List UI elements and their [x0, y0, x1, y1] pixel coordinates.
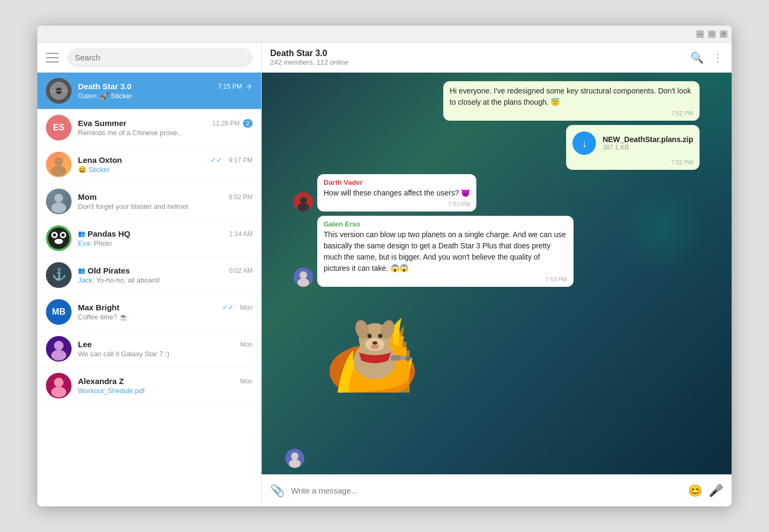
- chat-header-actions: 🔍 ⋮: [690, 51, 723, 64]
- message-group-2: ↓ NEW_DeathStar.plans.zip 387.1 KB 7:52 …: [294, 125, 700, 170]
- chat-name-pandas-hq: Pandas HQ: [88, 229, 130, 238]
- avatar-eva-summer: ES: [46, 115, 72, 140]
- group-icon-pandas: 👥: [78, 230, 85, 237]
- chat-time-death-star: 7:15 PM: [218, 83, 242, 90]
- chat-preview-lee: We can call it Galaxy Star 7 ;): [78, 350, 253, 358]
- attach-icon[interactable]: 📎: [270, 484, 285, 498]
- chat-info-lena-oxton: Lena Oxton ✓✓ 9:17 PM 😀 Sticker: [78, 155, 253, 174]
- message-group-1: Hi everyone. I've redesigned some key st…: [294, 81, 700, 121]
- chat-preview-pandas-hq: Eva: Photo: [78, 239, 253, 247]
- msg-text-1: Hi everyone. I've redesigned some key st…: [450, 85, 693, 108]
- message-bubble-2: ↓ NEW_DeathStar.plans.zip 387.1 KB 7:52 …: [566, 125, 700, 170]
- chat-header-subtitle: 242 members, 112 online: [270, 58, 690, 66]
- avatar-death-star: [46, 78, 72, 104]
- chat-item-eva-summer[interactable]: ES Eva Summer 11:28 PM 2 Reminds me of a…: [37, 109, 261, 146]
- svg-point-26: [297, 278, 309, 287]
- chat-input-area: 📎 😊 🎤: [262, 474, 732, 506]
- avatar-lena-oxton: [46, 152, 72, 177]
- chat-name-lee: Lee: [78, 340, 92, 349]
- message-bubble-3: Darth Vader How will these changes affec…: [317, 174, 476, 212]
- chat-item-old-pirates[interactable]: ⚓ 👥 Old Pirates 0:02 AM Jack: Yo-ho-ho, …: [37, 257, 261, 294]
- chat-time-pandas-hq: 1:14 AM: [229, 230, 253, 238]
- pin-icon: ✈: [246, 82, 253, 91]
- chat-header-title: Death Star 3.0: [270, 49, 690, 58]
- chat-item-lena-oxton[interactable]: Lena Oxton ✓✓ 9:17 PM 😀 Sticker: [37, 146, 261, 183]
- search-box[interactable]: [67, 48, 253, 67]
- chat-preview-death-star: Galen: 🚀 Sticker: [78, 92, 253, 100]
- chat-name-max-bright: Max Bright: [78, 303, 120, 312]
- file-download-icon[interactable]: ↓: [572, 131, 596, 155]
- chat-item-max-bright[interactable]: MB Max Bright ✓✓ Mon Coffee time? ☕: [37, 294, 261, 331]
- chat-info-death-star: Death Star 3.0 7:15 PM ✈ Galen: 🚀 Sticke…: [78, 82, 253, 100]
- chat-name-lena-oxton: Lena Oxton: [78, 155, 122, 165]
- main-content: Death Star 3.0 7:15 PM ✈ Galen: 🚀 Sticke…: [37, 43, 732, 506]
- message-input[interactable]: [291, 486, 688, 495]
- sidebar-header: [37, 43, 261, 73]
- avatar-lee: [46, 336, 72, 362]
- svg-point-33: [367, 334, 372, 338]
- chat-item-death-star[interactable]: Death Star 3.0 7:15 PM ✈ Galen: 🚀 Sticke…: [37, 73, 261, 109]
- chat-time-eva-summer: 11:28 PM: [213, 120, 240, 127]
- chat-time-alexandra-z: Mon: [240, 378, 253, 385]
- msg-sender-galen-erso: Galen Erso: [324, 220, 567, 228]
- file-message: ↓ NEW_DeathStar.plans.zip 387.1 KB: [572, 129, 693, 157]
- avatar-pandas-hq: [46, 225, 72, 251]
- chat-item-pandas-hq[interactable]: 👥 Pandas HQ 1:14 AM Eva: Photo: [37, 220, 261, 257]
- message-bubble-4: Galen Erso This version can blow up two …: [317, 216, 574, 287]
- file-link: Workout_Shedule.pdf: [78, 387, 145, 395]
- message-group-sticker: [294, 291, 700, 395]
- chat-name-death-star: Death Star 3.0: [78, 82, 131, 91]
- svg-point-8: [51, 202, 66, 213]
- svg-point-18: [51, 350, 66, 361]
- maximize-btn[interactable]: □: [708, 30, 716, 38]
- sidebar: Death Star 3.0 7:15 PM ✈ Galen: 🚀 Sticke…: [37, 43, 262, 506]
- chat-info-pandas-hq: 👥 Pandas HQ 1:14 AM Eva: Photo: [78, 229, 253, 247]
- svg-point-9: [48, 228, 69, 249]
- chat-info-eva-summer: Eva Summer 11:28 PM 2 Reminds me of a Ch…: [78, 119, 253, 137]
- avatar-old-pirates: ⚓: [46, 262, 72, 288]
- chat-preview-old-pirates: Jack: Yo-ho-ho, all aboard!: [78, 276, 253, 284]
- app-window: — □ ✕: [37, 26, 732, 506]
- chat-info-max-bright: Max Bright ✓✓ Mon Coffee time? ☕: [78, 303, 253, 321]
- chat-preview-alexandra-z: Workout_Shedule.pdf: [78, 387, 253, 395]
- group-icon-pirates: 👥: [78, 267, 85, 274]
- svg-point-36: [372, 341, 378, 345]
- msg-time-4: 7:53 PM: [324, 276, 567, 283]
- chat-time-lee: Mon: [240, 341, 253, 348]
- svg-point-7: [54, 194, 63, 202]
- msg-time-2: 7:52 PM: [572, 159, 693, 166]
- search-input[interactable]: [75, 53, 245, 62]
- avatar-max-bright: MB: [46, 299, 72, 325]
- message-group-3: Darth Vader How will these changes affec…: [294, 174, 700, 212]
- more-options-icon[interactable]: ⋮: [712, 51, 723, 64]
- chat-list: Death Star 3.0 7:15 PM ✈ Galen: 🚀 Sticke…: [37, 73, 261, 506]
- double-check-max: ✓✓: [222, 303, 234, 311]
- chat-header: Death Star 3.0 242 members, 112 online 🔍…: [262, 43, 732, 73]
- chat-name-alexandra-z: Alexandra Z: [78, 377, 124, 386]
- emoji-icon[interactable]: 😊: [688, 484, 702, 498]
- sticker-message: [321, 291, 423, 395]
- msg-sender-darth-vader: Darth Vader: [324, 178, 470, 186]
- close-btn[interactable]: ✕: [720, 30, 727, 38]
- microphone-icon[interactable]: 🎤: [709, 484, 723, 498]
- svg-point-41: [291, 452, 299, 460]
- svg-point-17: [54, 341, 64, 350]
- chat-area: Death Star 3.0 242 members, 112 online 🔍…: [262, 43, 732, 506]
- chat-time-max-bright: Mon: [240, 304, 253, 311]
- chat-name-eva-summer: Eva Summer: [78, 119, 127, 128]
- chat-item-lee[interactable]: Lee Mon We can call it Galaxy Star 7 ;): [37, 331, 261, 367]
- chat-name-old-pirates: Old Pirates: [88, 266, 130, 275]
- chat-item-alexandra-z[interactable]: Alexandra Z Mon Workout_Shedule.pdf: [37, 367, 261, 404]
- msg-avatar-galen-erso: [294, 268, 313, 287]
- minimize-btn[interactable]: —: [696, 30, 704, 38]
- title-bar: — □ ✕: [37, 26, 732, 43]
- search-chat-icon[interactable]: 🔍: [690, 51, 704, 64]
- avatar-mom: [46, 189, 72, 214]
- dog-sticker-svg: [321, 291, 423, 393]
- svg-point-19: [54, 378, 64, 387]
- chat-header-info: Death Star 3.0 242 members, 112 online: [270, 49, 690, 66]
- svg-point-6: [51, 166, 66, 176]
- menu-icon[interactable]: [46, 53, 59, 62]
- chat-item-mom[interactable]: Mom 8:02 PM Don't forget your blaster an…: [37, 183, 261, 220]
- svg-point-39: [405, 356, 411, 361]
